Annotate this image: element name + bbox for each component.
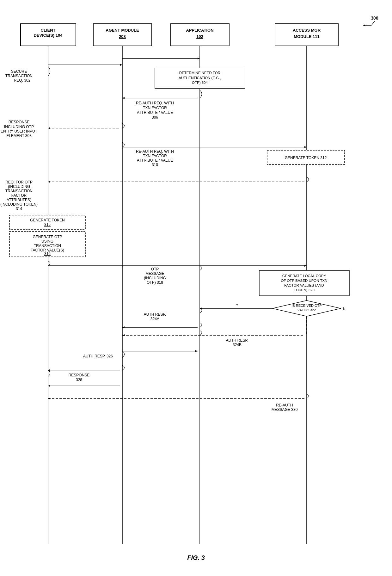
svg-marker-96: [195, 350, 198, 352]
svg-marker-105: [48, 398, 50, 399]
svg-text:GENERATE OTP: GENERATE OTP: [33, 235, 62, 239]
svg-text:TOKEN) 320: TOKEN) 320: [294, 288, 315, 292]
svg-text:MESSAGE: MESSAGE: [145, 271, 164, 276]
svg-marker-88: [122, 326, 125, 328]
svg-text:(INCLUDING: (INCLUDING: [144, 276, 166, 280]
svg-text:324B: 324B: [233, 343, 242, 347]
svg-text:324A: 324A: [150, 317, 159, 321]
svg-line-0: [371, 21, 375, 25]
svg-text:310: 310: [152, 163, 158, 167]
ref-300: 300: [371, 15, 378, 21]
svg-text:DETERMINE NEED FOR: DETERMINE NEED FOR: [179, 71, 220, 75]
svg-text:Y: Y: [236, 303, 238, 307]
svg-text:N: N: [343, 307, 346, 311]
svg-text:ATTRIBUTE / VALUE: ATTRIBUTE / VALUE: [137, 158, 173, 163]
svg-text:ENTRY USER INPUT: ENTRY USER INPUT: [1, 129, 38, 133]
diagram-container: 300 CLIENT DEVICE(S) 104 AGENT MODULE 20…: [0, 0, 392, 576]
svg-text:208: 208: [119, 34, 126, 39]
svg-text:AUTH RESP.: AUTH RESP.: [144, 312, 166, 317]
svg-text:TRANSACTION: TRANSACTION: [5, 189, 33, 193]
svg-text:314: 314: [16, 207, 22, 211]
svg-text:328: 328: [76, 378, 82, 382]
svg-text:REQ. 302: REQ. 302: [14, 78, 31, 83]
svg-text:RESPONSE: RESPONSE: [9, 120, 30, 124]
svg-marker-69: [304, 265, 307, 267]
svg-marker-2: [363, 24, 365, 26]
svg-text:USING: USING: [41, 239, 53, 244]
svg-text:GENERATE LOCAL COPY: GENERATE LOCAL COPY: [282, 274, 326, 278]
svg-text:ATTRIBUTE / VALUE: ATTRIBUTE / VALUE: [137, 110, 173, 115]
svg-text:MODULE 111: MODULE 111: [294, 34, 320, 39]
svg-text:TRANSACTION: TRANSACTION: [5, 74, 33, 78]
svg-text:FACTOR: FACTOR: [11, 193, 27, 198]
svg-text:AGENT MODULE: AGENT MODULE: [106, 28, 139, 33]
sequence-diagram-svg: 300 CLIENT DEVICE(S) 104 AGENT MODULE 20…: [0, 0, 392, 576]
svg-marker-103: [48, 385, 50, 387]
svg-text:(INCLUDING TOKEN): (INCLUDING TOKEN): [0, 202, 38, 207]
svg-text:OF OTP BASED UPON TXN: OF OTP BASED UPON TXN: [281, 279, 327, 282]
svg-text:SECURE: SECURE: [11, 69, 27, 74]
svg-text:TXN FACTOR: TXN FACTOR: [143, 154, 167, 158]
svg-marker-37: [48, 127, 50, 129]
svg-text:ELEMENT 308: ELEMENT 308: [6, 133, 32, 138]
svg-text:315: 315: [44, 222, 51, 227]
svg-marker-29: [198, 58, 200, 59]
svg-text:AUTH RESP.: AUTH RESP.: [226, 338, 248, 343]
svg-text:OTP) 304: OTP) 304: [192, 81, 208, 84]
svg-text:TRANSACTION: TRANSACTION: [34, 244, 61, 248]
svg-text:INCLUDING OTP: INCLUDING OTP: [4, 125, 34, 129]
svg-marker-92: [122, 334, 125, 336]
svg-text:ATTRIBUTES): ATTRIBUTES): [7, 198, 31, 202]
svg-text:GENERATE TOKEN 312: GENERATE TOKEN 312: [285, 156, 327, 160]
svg-text:AUTH RESP. 326: AUTH RESP. 326: [83, 354, 113, 358]
svg-text:ACCESS MGR: ACCESS MGR: [293, 28, 321, 33]
svg-text:TXN FACTOR: TXN FACTOR: [143, 106, 167, 110]
svg-text:102: 102: [196, 34, 203, 39]
svg-text:REQ. FOR OTP: REQ. FOR OTP: [5, 180, 33, 184]
svg-text:316: 316: [44, 251, 51, 256]
svg-marker-31: [122, 97, 125, 99]
svg-marker-51: [48, 181, 50, 183]
svg-text:RESPONSE: RESPONSE: [69, 373, 90, 377]
svg-text:DEVICE(S) 104: DEVICE(S) 104: [34, 33, 63, 38]
svg-text:AUTHENTICATION (E.G.,: AUTHENTICATION (E.G.,: [179, 76, 221, 80]
svg-text:(INCLUDING: (INCLUDING: [8, 184, 30, 189]
svg-text:RE-AUTH REQ. WITH: RE-AUTH REQ. WITH: [136, 149, 174, 154]
svg-text:306: 306: [152, 115, 158, 120]
svg-text:APPLICATION: APPLICATION: [186, 28, 213, 33]
svg-text:IS RECEIVED OTP: IS RECEIVED OTP: [291, 304, 322, 307]
svg-text:OTP) 318: OTP) 318: [147, 280, 163, 285]
svg-text:FIG. 3: FIG. 3: [187, 554, 205, 561]
svg-marker-99: [48, 369, 50, 371]
svg-text:FACTOR VALUES (AND: FACTOR VALUES (AND: [284, 283, 324, 287]
svg-text:MESSAGE 330: MESSAGE 330: [272, 407, 298, 412]
svg-text:CLIENT: CLIENT: [41, 28, 56, 33]
svg-marker-43: [304, 146, 307, 148]
svg-text:GENERATE TOKEN: GENERATE TOKEN: [30, 218, 64, 222]
svg-text:VALID? 322: VALID? 322: [297, 308, 316, 312]
svg-text:OTP: OTP: [151, 267, 159, 271]
svg-marker-20: [120, 64, 122, 66]
svg-text:RE-AUTH: RE-AUTH: [276, 403, 293, 407]
svg-text:RE-AUTH REQ. WITH: RE-AUTH REQ. WITH: [136, 101, 174, 105]
